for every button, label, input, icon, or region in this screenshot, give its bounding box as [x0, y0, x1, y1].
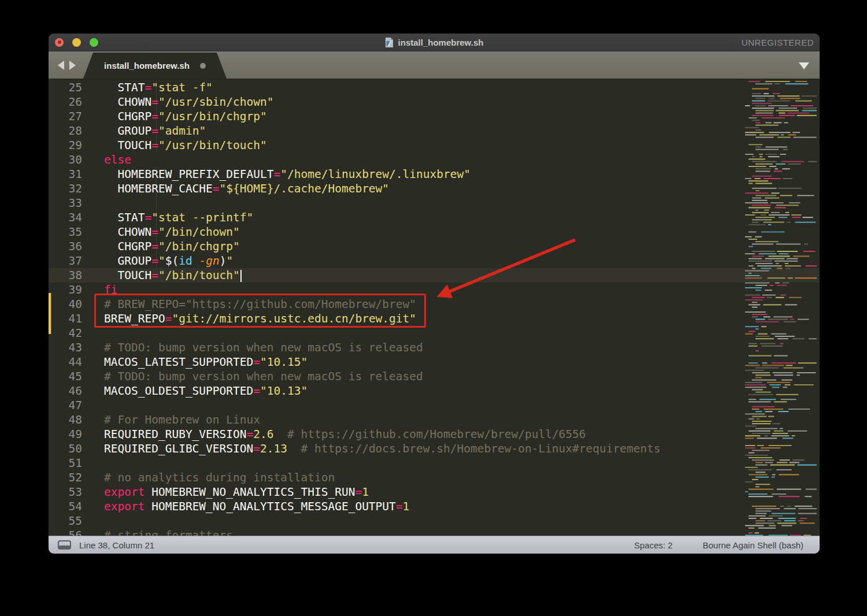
- code-text: TOUCH="/bin/touch": [104, 269, 242, 282]
- line-number: 28: [49, 124, 82, 138]
- code-line[interactable]: 54export HOMEBREW_NO_ANALYTICS_MESSAGE_O…: [49, 499, 820, 514]
- code-text: STAT="stat -f": [104, 81, 213, 94]
- line-number: 36: [49, 239, 82, 254]
- code-text: MACOS_LATEST_SUPPORTED="10.15": [104, 355, 307, 369]
- line-number: 54: [49, 499, 82, 514]
- minimize-button[interactable]: [72, 38, 81, 47]
- line-number: 30: [49, 153, 82, 167]
- tab-bar: install_homebrew.sh: [49, 51, 820, 79]
- code-line[interactable]: 55: [49, 514, 820, 528]
- code-text: HOMEBREW_PREFIX_DEFAULT="/home/linuxbrew…: [104, 168, 470, 181]
- code-text: TOUCH="/usr/bin/touch": [104, 139, 267, 152]
- line-number: 45: [49, 369, 82, 384]
- code-line[interactable]: 31 HOMEBREW_PREFIX_DEFAULT="/home/linuxb…: [49, 167, 820, 181]
- code-line[interactable]: 27 CHGRP="/usr/bin/chgrp": [49, 109, 820, 124]
- line-number: 46: [49, 384, 82, 398]
- code-text: CHOWN="/usr/sbin/chown": [104, 95, 274, 109]
- line-number: 34: [49, 210, 82, 225]
- back-arrow-icon[interactable]: [58, 61, 64, 70]
- indent-setting[interactable]: Spaces: 2: [634, 540, 673, 550]
- code-text: REQUIRED_GLIBC_VERSION=2.13 # https://do…: [104, 442, 661, 455]
- code-line[interactable]: 25 STAT="stat -f": [49, 80, 820, 95]
- panel-toggle-icon[interactable]: [58, 540, 71, 550]
- code-line[interactable]: 50REQUIRED_GLIBC_VERSION=2.13 # https://…: [49, 441, 820, 456]
- window-title-group: install_homebrew.sh: [385, 38, 484, 47]
- yellow-gutter-marker: [49, 293, 51, 334]
- code-line[interactable]: 48# For Homebrew on Linux: [49, 413, 820, 427]
- code-line[interactable]: 43# TODO: bump version when new macOS is…: [49, 340, 820, 355]
- code-line[interactable]: 36 CHGRP="/bin/chgrp": [49, 239, 820, 254]
- code-text: HOMEBREW_CACHE="${HOME}/.cache/Homebrew": [104, 182, 389, 195]
- line-number: 31: [49, 167, 82, 181]
- cursor-position: Line 38, Column 21: [79, 540, 154, 550]
- editor-pane[interactable]: 25 STAT="stat -f"26 CHOWN="/usr/sbin/cho…: [49, 79, 820, 536]
- code-line[interactable]: 46MACOS_OLDEST_SUPPORTED="10.13": [49, 384, 820, 398]
- line-number: 25: [49, 80, 82, 95]
- close-button[interactable]: [55, 38, 64, 47]
- code-line[interactable]: 45# TODO: bump version when new macOS is…: [49, 369, 820, 384]
- code-text: CHGRP="/usr/bin/chgrp": [104, 110, 267, 123]
- modified-dot-icon: [200, 63, 206, 69]
- document-icon: [385, 38, 394, 47]
- code-line[interactable]: 33: [49, 196, 820, 210]
- zoom-button[interactable]: [90, 38, 98, 47]
- minimap[interactable]: [743, 79, 817, 536]
- line-number: 51: [49, 456, 82, 470]
- code-line[interactable]: 51: [49, 456, 820, 470]
- line-number: 38: [49, 268, 82, 283]
- code-line[interactable]: 34 STAT="stat --printf": [49, 210, 820, 225]
- traffic-lights: [55, 34, 98, 51]
- line-number: 41: [49, 311, 82, 326]
- desktop: { "window": { "title": "install_homebrew…: [0, 0, 867, 616]
- window-title: install_homebrew.sh: [398, 38, 484, 47]
- forward-arrow-icon[interactable]: [69, 61, 76, 70]
- code-line[interactable]: 37 GROUP="$(id -gn)": [49, 254, 820, 268]
- code-line[interactable]: 56# string formatters: [49, 528, 820, 536]
- code-line[interactable]: 52# no analytics during installation: [49, 470, 820, 485]
- syntax-setting[interactable]: Bourne Again Shell (bash): [703, 540, 803, 550]
- registration-status: UNREGISTERED: [742, 34, 814, 51]
- status-bar: Line 38, Column 21 Spaces: 2 Bourne Agai…: [49, 536, 820, 554]
- status-left: Line 38, Column 21: [58, 540, 154, 550]
- code-text: REQUIRED_RUBY_VERSION=2.6 # https://gith…: [104, 428, 586, 441]
- line-number: 53: [49, 485, 82, 499]
- code-line[interactable]: 44MACOS_LATEST_SUPPORTED="10.15": [49, 355, 820, 369]
- code-line[interactable]: 49REQUIRED_RUBY_VERSION=2.6 # https://gi…: [49, 427, 820, 441]
- code-text: # For Homebrew on Linux: [104, 413, 260, 426]
- code-text: GROUP="admin": [104, 124, 206, 138]
- tab-nav: [58, 51, 76, 79]
- code-line[interactable]: 32 HOMEBREW_CACHE="${HOME}/.cache/Homebr…: [49, 181, 820, 196]
- code-line[interactable]: 35 CHOWN="/bin/chown": [49, 225, 820, 239]
- code-line[interactable]: 30else: [49, 153, 820, 167]
- line-number: 35: [49, 225, 82, 239]
- code-text: # no analytics during installation: [104, 471, 335, 484]
- line-number: 27: [49, 109, 82, 124]
- tab-label: install_homebrew.sh: [104, 61, 190, 70]
- code-text: else: [104, 153, 131, 166]
- code-line[interactable]: 38 TOUCH="/bin/touch": [49, 268, 820, 283]
- code-text: # TODO: bump version when new macOS is r…: [104, 370, 423, 383]
- code-line[interactable]: 26 CHOWN="/usr/sbin/chown": [49, 95, 820, 109]
- code-line[interactable]: 47: [49, 398, 820, 413]
- line-number: 40: [49, 297, 82, 311]
- line-number: 52: [49, 470, 82, 485]
- line-number: 56: [49, 528, 82, 536]
- tab-overflow-icon[interactable]: [799, 62, 809, 69]
- annotation-red-box: [94, 294, 426, 328]
- line-number: 44: [49, 355, 82, 369]
- code-line[interactable]: 42: [49, 326, 820, 340]
- title-bar[interactable]: install_homebrew.sh UNREGISTERED: [49, 34, 820, 51]
- line-number: 26: [49, 95, 82, 109]
- code-line[interactable]: 29 TOUCH="/usr/bin/touch": [49, 138, 820, 153]
- code-line[interactable]: 53export HOMEBREW_NO_ANALYTICS_THIS_RUN=…: [49, 485, 820, 499]
- line-number: 39: [49, 283, 82, 297]
- code-text: export HOMEBREW_NO_ANALYTICS_MESSAGE_OUT…: [104, 500, 409, 513]
- code-line[interactable]: 28 GROUP="admin": [49, 124, 820, 138]
- line-number: 49: [49, 427, 82, 441]
- app-window: install_homebrew.sh UNREGISTERED install…: [49, 34, 820, 554]
- line-number: 47: [49, 398, 82, 413]
- line-number: 42: [49, 326, 82, 340]
- tab-install-homebrew[interactable]: install_homebrew.sh: [83, 53, 227, 79]
- status-right: Spaces: 2 Bourne Again Shell (bash): [634, 540, 803, 550]
- code-text: MACOS_OLDEST_SUPPORTED="10.13": [104, 384, 307, 398]
